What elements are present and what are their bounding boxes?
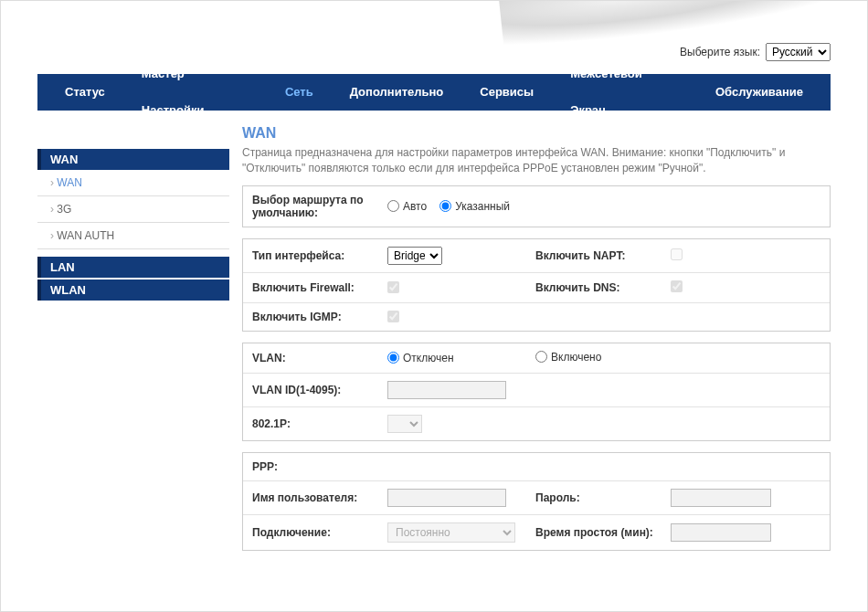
select-connection[interactable]: Постоянно [387,522,515,543]
label-connection: Подключение: [243,522,380,543]
content: WAN Страница предназначена для настройки… [242,121,831,562]
nav-maintenance[interactable]: Обслуживание [697,74,821,111]
input-username[interactable] [387,489,506,507]
sidebar-item-3g[interactable]: 3G [37,196,229,223]
checkbox-igmp[interactable] [387,311,399,322]
select-8021p[interactable] [387,415,422,433]
label-vlan-id: VLAN ID(1-4095): [243,380,380,400]
panel-interface: Тип интерфейса: Bridge Включить NAPT: Вк… [242,238,831,332]
language-label: Выберите язык: [680,46,760,58]
language-selector: Выберите язык: Русский [680,43,831,61]
label-username: Имя пользователя: [243,488,380,508]
nav-status[interactable]: Статус [47,74,123,111]
label-password: Пароль: [526,488,663,508]
sidebar-header-wlan[interactable]: WLAN [37,280,229,301]
header: Выберите язык: Русский [1,1,867,74]
nav-services[interactable]: Сервисы [461,74,552,111]
decorative-swoosh [499,1,867,74]
label-enable-napt: Включить NAPT: [526,246,663,266]
label-enable-firewall: Включить Firewall: [243,278,380,298]
label-vlan: VLAN: [243,348,380,368]
panel-default-route: Выбор маршрута по умолчанию: Авто Указан… [242,185,831,227]
panel-ppp: PPP: Имя пользователя: Пароль: [242,452,831,551]
radio-auto-label[interactable]: Авто [387,200,427,213]
radio-auto[interactable] [387,200,399,212]
sidebar: WAN WAN 3G WAN AUTH LAN WLAN [37,121,229,562]
page-title: WAN [242,125,831,142]
label-8021p: 802.1P: [243,414,380,434]
sidebar-item-wan[interactable]: WAN [37,170,229,196]
language-select[interactable]: Русский [766,43,831,61]
nav-network[interactable]: Сеть [267,74,332,111]
checkbox-dns[interactable] [671,280,683,292]
checkbox-firewall[interactable] [387,281,399,293]
sidebar-header-wan[interactable]: WAN [37,149,229,170]
radio-specified[interactable] [439,200,451,212]
sidebar-header-lan[interactable]: LAN [37,257,229,278]
main-nav: Статус Мастер Настройки Сеть Дополнитель… [37,74,831,111]
radio-vlan-disabled[interactable] [387,352,399,364]
radio-vlan-enabled-label[interactable]: Включено [535,351,601,364]
label-default-route: Выбор маршрута по умолчанию: [243,190,380,223]
page-description: Страница предназначена для настройки пар… [242,145,831,176]
input-idle-time[interactable] [671,523,771,542]
label-enable-igmp: Включить IGMP: [243,307,380,327]
label-idle-time: Время простоя (мин): [526,522,663,543]
sidebar-list-wan: WAN 3G WAN AUTH [37,170,229,257]
input-password[interactable] [671,489,771,507]
input-vlan-id[interactable] [387,381,506,399]
checkbox-napt[interactable] [671,248,683,260]
select-interface-type[interactable]: Bridge [387,247,442,265]
label-interface-type: Тип интерфейса: [243,246,380,266]
label-enable-dns: Включить DNS: [526,278,663,298]
panel-vlan: VLAN: Отключен Включено [242,343,831,442]
nav-advanced[interactable]: Дополнительно [332,74,462,111]
sidebar-item-wan-auth[interactable]: WAN AUTH [37,223,229,249]
radio-specified-label[interactable]: Указанный [439,200,510,213]
radio-vlan-enabled[interactable] [535,351,547,363]
radio-vlan-disabled-label[interactable]: Отключен [387,352,454,364]
label-ppp: PPP: [243,457,380,477]
